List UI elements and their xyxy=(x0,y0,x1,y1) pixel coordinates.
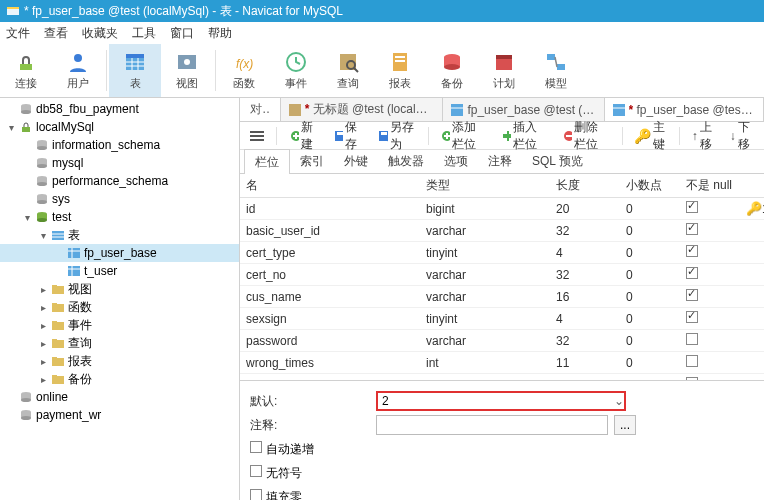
tree-item[interactable]: ▸查询 xyxy=(0,334,239,352)
toolbar-query[interactable]: 查询 xyxy=(322,44,374,97)
cell-pk[interactable] xyxy=(740,242,764,264)
tree-item[interactable]: performance_schema xyxy=(0,172,239,190)
tree-item[interactable]: online xyxy=(0,388,239,406)
tree-twisty-icon[interactable]: ▸ xyxy=(36,374,50,385)
tree-item[interactable]: sys xyxy=(0,190,239,208)
cell-decimal[interactable]: 0 xyxy=(620,220,680,242)
field-row[interactable]: idbigint200🔑1 xyxy=(240,198,764,220)
tree-twisty-icon[interactable]: ▸ xyxy=(36,356,50,367)
tree-item[interactable]: ▸备份 xyxy=(0,370,239,388)
field-row[interactable]: cert_typetinyint40 xyxy=(240,242,764,264)
tree-twisty-icon[interactable]: ▾ xyxy=(4,122,18,133)
field-row[interactable]: sexsigntinyint40 xyxy=(240,308,764,330)
subtab[interactable]: 外键 xyxy=(334,149,378,174)
col-name[interactable]: 名 xyxy=(240,174,420,198)
cell-type[interactable]: varchar xyxy=(420,264,550,286)
comment-more-button[interactable]: ... xyxy=(614,415,636,435)
cell-pk[interactable] xyxy=(740,352,764,374)
cell-pk[interactable] xyxy=(740,220,764,242)
field-row[interactable]: cus_namevarchar160 xyxy=(240,286,764,308)
field-row[interactable]: wrong_timesint110 xyxy=(240,352,764,374)
unsigned-checkbox[interactable]: 无符号 xyxy=(250,465,302,482)
cell-length[interactable]: 4 xyxy=(550,308,620,330)
cell-notnull[interactable] xyxy=(680,308,740,330)
tree-item[interactable]: ▾test xyxy=(0,208,239,226)
cell-type[interactable]: varchar xyxy=(420,330,550,352)
primary-key-button[interactable]: 🔑主键 xyxy=(630,117,670,155)
cell-decimal[interactable]: 0 xyxy=(620,286,680,308)
tree-item[interactable]: fp_user_base xyxy=(0,244,239,262)
menu-view[interactable]: 查看 xyxy=(44,25,68,42)
cell-type[interactable]: bigint xyxy=(420,198,550,220)
tree-item[interactable]: ▾表 xyxy=(0,226,239,244)
default-input[interactable] xyxy=(376,391,626,411)
subtab[interactable]: 触发器 xyxy=(378,149,434,174)
tree-item[interactable]: payment_wr xyxy=(0,406,239,424)
col-length[interactable]: 长度 xyxy=(550,174,620,198)
connection-tree[interactable]: db58_fbu_payment▾localMySqlinformation_s… xyxy=(0,98,240,500)
cell-notnull[interactable] xyxy=(680,198,740,220)
cell-length[interactable]: 32 xyxy=(550,264,620,286)
autoinc-checkbox[interactable]: 自动递增 xyxy=(250,441,314,458)
cell-length[interactable]: 11 xyxy=(550,352,620,374)
cell-decimal[interactable]: 0 xyxy=(620,308,680,330)
tree-item[interactable]: ▸函数 xyxy=(0,298,239,316)
cell-pk[interactable]: 🔑1 xyxy=(740,198,764,220)
cell-decimal[interactable]: 0 xyxy=(620,330,680,352)
cell-name[interactable]: cus_name xyxy=(240,286,420,308)
default-dropdown-icon[interactable]: ⌄ xyxy=(614,394,624,408)
col-type[interactable]: 类型 xyxy=(420,174,550,198)
cell-notnull[interactable] xyxy=(680,352,740,374)
subtab[interactable]: 栏位 xyxy=(244,149,290,176)
tree-twisty-icon[interactable]: ▾ xyxy=(20,212,34,223)
tree-item[interactable]: mysql xyxy=(0,154,239,172)
cell-decimal[interactable]: 0 xyxy=(620,242,680,264)
tree-twisty-icon[interactable]: ▸ xyxy=(36,320,50,331)
cell-pk[interactable] xyxy=(740,286,764,308)
cell-length[interactable]: 32 xyxy=(550,330,620,352)
toolbar-backup[interactable]: 备份 xyxy=(426,44,478,97)
menu-button[interactable] xyxy=(246,128,268,144)
toolbar-view[interactable]: 视图 xyxy=(161,44,213,97)
field-row[interactable]: cert_novarchar320 xyxy=(240,264,764,286)
zerofill-checkbox[interactable]: 填充零 xyxy=(250,489,302,501)
field-row[interactable]: basic_user_idvarchar320 xyxy=(240,220,764,242)
cell-name[interactable]: id xyxy=(240,198,420,220)
toolbar-report[interactable]: 报表 xyxy=(374,44,426,97)
cell-notnull[interactable] xyxy=(680,242,740,264)
cell-notnull[interactable] xyxy=(680,286,740,308)
cell-type[interactable]: tinyint xyxy=(420,242,550,264)
cell-type[interactable]: int xyxy=(420,352,550,374)
toolbar-model[interactable]: 模型 xyxy=(530,44,582,97)
cell-notnull[interactable] xyxy=(680,220,740,242)
tree-item[interactable]: t_user xyxy=(0,262,239,280)
cell-pk[interactable] xyxy=(740,264,764,286)
menu-window[interactable]: 窗口 xyxy=(170,25,194,42)
field-row[interactable]: passwordvarchar320 xyxy=(240,330,764,352)
menu-file[interactable]: 文件 xyxy=(6,25,30,42)
cell-type[interactable]: tinyint xyxy=(420,308,550,330)
col-decimal[interactable]: 小数点 xyxy=(620,174,680,198)
tree-item[interactable]: ▸事件 xyxy=(0,316,239,334)
cell-name[interactable]: sexsign xyxy=(240,308,420,330)
cell-decimal[interactable]: 0 xyxy=(620,352,680,374)
cell-pk[interactable] xyxy=(740,308,764,330)
cell-pk[interactable] xyxy=(740,330,764,352)
cell-length[interactable]: 4 xyxy=(550,242,620,264)
cell-decimal[interactable]: 0 xyxy=(620,264,680,286)
cell-length[interactable]: 16 xyxy=(550,286,620,308)
subtab[interactable]: 索引 xyxy=(290,149,334,174)
toolbar-connection[interactable]: 连接 xyxy=(0,44,52,97)
cell-decimal[interactable]: 0 xyxy=(620,198,680,220)
cell-length[interactable]: 32 xyxy=(550,220,620,242)
cell-name[interactable]: wrong_times xyxy=(240,352,420,374)
tree-twisty-icon[interactable]: ▸ xyxy=(36,302,50,313)
tree-item[interactable]: ▸报表 xyxy=(0,352,239,370)
subtab[interactable]: SQL 预览 xyxy=(522,149,593,174)
move-up-button[interactable]: ↑上移 xyxy=(688,117,720,155)
menu-help[interactable]: 帮助 xyxy=(208,25,232,42)
subtab[interactable]: 选项 xyxy=(434,149,478,174)
tree-twisty-icon[interactable]: ▾ xyxy=(36,230,50,241)
toolbar-event[interactable]: 事件 xyxy=(270,44,322,97)
tree-item[interactable]: ▾localMySql xyxy=(0,118,239,136)
